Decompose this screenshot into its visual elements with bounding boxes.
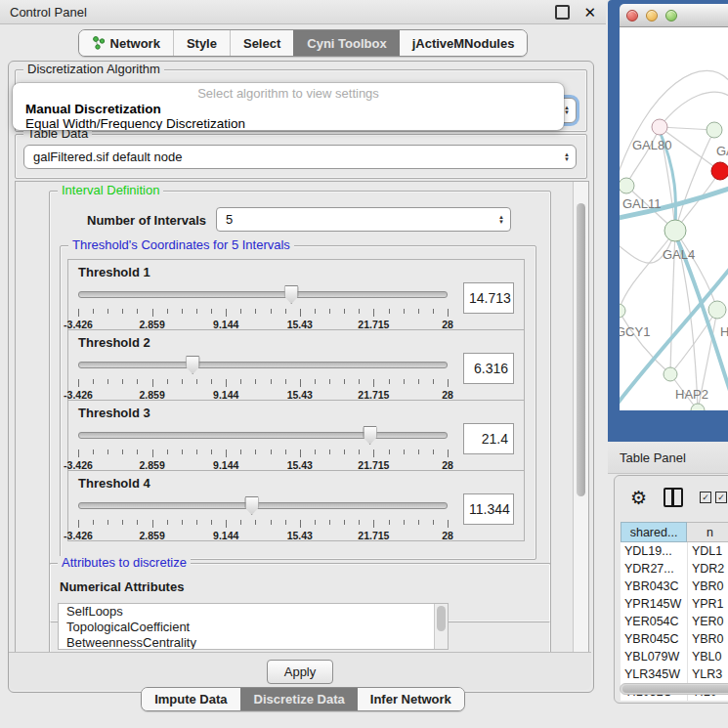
threshold-2-slider[interactable]: -3.4262.8599.14415.4321.71528	[78, 353, 448, 396]
slider-tick	[448, 520, 449, 528]
column-header-shared-name[interactable]: shared...	[621, 522, 687, 542]
checkbox-icon[interactable]: ✓	[715, 492, 727, 503]
slider-tick	[448, 450, 449, 457]
slider-thumb[interactable]	[363, 426, 377, 445]
numerical-attributes-list[interactable]: SelfLoops TopologicalCoefficient Between…	[58, 603, 449, 650]
combobox-value: 5	[226, 212, 233, 227]
network-window-titlebar[interactable]	[620, 4, 728, 27]
table-row[interactable]: YLR345WYLR3	[621, 665, 728, 683]
slider-tick	[373, 450, 374, 457]
column-header-name[interactable]: n	[687, 522, 728, 542]
dropdown-item-equal-width[interactable]: Equal Width/Frequency Discretization	[13, 116, 564, 130]
columns-icon[interactable]	[664, 488, 683, 507]
list-item[interactable]: BetweennessCentrality	[59, 635, 448, 650]
node-gal80[interactable]	[652, 119, 667, 135]
slider-thumb[interactable]	[186, 356, 200, 374]
slider-tick	[359, 520, 360, 525]
node-label: GAL4	[663, 247, 695, 262]
slider-track[interactable]	[78, 502, 448, 509]
slider-tick	[226, 379, 227, 387]
table-row[interactable]: YBR045CYBR0	[621, 630, 728, 648]
tab-jactivemnodules[interactable]: jActiveMNodules	[400, 30, 528, 56]
node-gal11[interactable]	[620, 178, 634, 193]
threshold-3-slider[interactable]: -3.4262.8599.14415.4321.71528	[78, 423, 448, 466]
slider-tick	[329, 309, 330, 314]
float-window-icon[interactable]	[555, 5, 570, 20]
threshold-2-value-field[interactable]: 6.316	[463, 353, 514, 384]
dropdown-item-manual-discretization[interactable]: Manual Discretization	[13, 102, 564, 116]
numerical-attributes-label: Numerical Attributes	[60, 579, 184, 594]
node-h[interactable]	[708, 301, 726, 319]
scrollbar-thumb[interactable]	[437, 606, 446, 631]
table-row[interactable]: YBR043CYBR0	[621, 578, 728, 595]
horizontal-scrollbar[interactable]	[620, 683, 728, 695]
slider-tick	[344, 450, 345, 454]
list-scrollbar[interactable]	[434, 604, 448, 649]
table-data-combobox[interactable]: galFiltered.sif default node ▲▼	[23, 145, 577, 169]
slider-tick	[152, 520, 153, 528]
group-title: Threshold's Coordinates for 5 Intervals	[68, 238, 294, 252]
slider-tick	[137, 520, 138, 525]
list-item[interactable]: TopologicalCoefficient	[59, 620, 448, 635]
tab-impute-data[interactable]: Impute Data	[142, 688, 239, 710]
slider-track[interactable]	[78, 432, 448, 439]
tab-label: Infer Network	[370, 692, 451, 707]
slider-track[interactable]	[78, 362, 448, 368]
threshold-4-value-field[interactable]: 11.344	[463, 493, 514, 525]
tab-group: Network Style Select Cyni Toolbox jActiv…	[78, 29, 529, 57]
scrollbar-thumb[interactable]	[622, 685, 728, 693]
slider-tick	[167, 379, 168, 384]
slider-tick	[285, 520, 286, 525]
vertical-scrollbar[interactable]	[573, 182, 588, 676]
node-gcy1[interactable]	[620, 304, 625, 318]
apply-button[interactable]: Apply	[267, 660, 333, 684]
close-icon[interactable]: ✕	[583, 7, 596, 18]
threshold-4-slider[interactable]: -3.4262.8599.14415.4321.71528	[78, 493, 448, 536]
slider-track[interactable]	[78, 291, 448, 298]
node-attribute-table[interactable]: shared... n YDL19...YDL1 YDR27...YDR2 YB…	[621, 522, 728, 701]
node-hap2[interactable]	[664, 367, 677, 381]
node-gal4[interactable]	[664, 220, 686, 241]
table-row[interactable]: YDL19...YDL1	[621, 542, 728, 560]
minimize-traffic-light-icon[interactable]	[646, 10, 658, 21]
threshold-1-slider[interactable]: -3.4262.8599.14415.4321.71528	[78, 282, 448, 325]
apply-row: Apply	[9, 652, 591, 690]
close-traffic-light-icon[interactable]	[626, 10, 638, 21]
slider-tick	[344, 309, 345, 314]
tab-label: Impute Data	[154, 692, 227, 707]
tab-label: jActiveMNodules	[412, 36, 515, 51]
combobox-value: galFiltered.sif default node	[33, 150, 182, 164]
zoom-traffic-light-icon[interactable]	[665, 10, 677, 21]
slider-tick	[300, 450, 301, 457]
slider-tick-label: 2.859	[139, 530, 164, 541]
tab-discretize-data[interactable]: Discretize Data	[240, 688, 358, 710]
network-canvas[interactable]: GAL80 GA GAL11 GAL4 GCY1 H HAP2	[620, 27, 728, 410]
tab-cyni-toolbox[interactable]: Cyni Toolbox	[293, 30, 399, 56]
slider-tick	[359, 309, 360, 314]
scrollbar-thumb[interactable]	[577, 203, 585, 496]
threshold-label: Threshold 2	[78, 335, 514, 350]
table-row[interactable]: YBL079WYBL0	[621, 648, 728, 665]
slider-tick	[78, 450, 79, 457]
slider-thumb[interactable]	[244, 496, 259, 515]
checkbox-filter-icons[interactable]: ✓ ✓	[700, 492, 727, 503]
tab-network[interactable]: Network	[79, 30, 173, 56]
tab-select[interactable]: Select	[230, 30, 293, 56]
table-row[interactable]: YER054CYER0	[621, 613, 728, 630]
tab-infer-network[interactable]: Infer Network	[358, 688, 464, 710]
gear-icon[interactable]: ⚙	[630, 489, 647, 507]
num-intervals-combobox[interactable]: 5 ▲▼	[216, 207, 511, 232]
threshold-1-value-field[interactable]: 14.713	[463, 282, 514, 314]
table-row[interactable]: YPR145WYPR1	[621, 595, 728, 613]
node-ga[interactable]	[707, 122, 722, 138]
table-panel-title: Table Panel	[620, 450, 686, 465]
node-red-selected[interactable]	[711, 162, 728, 180]
table-row[interactable]: YDR27...YDR2	[621, 560, 728, 578]
slider-thumb[interactable]	[284, 285, 299, 304]
network-view-window[interactable]: GAL80 GA GAL11 GAL4 GCY1 H HAP2	[608, 0, 728, 442]
threshold-3-value-field[interactable]: 21.4	[463, 423, 514, 454]
slider-ticks	[78, 309, 448, 318]
tab-style[interactable]: Style	[173, 30, 230, 56]
list-item[interactable]: SelfLoops	[59, 604, 448, 620]
checkbox-icon[interactable]: ✓	[700, 492, 711, 503]
